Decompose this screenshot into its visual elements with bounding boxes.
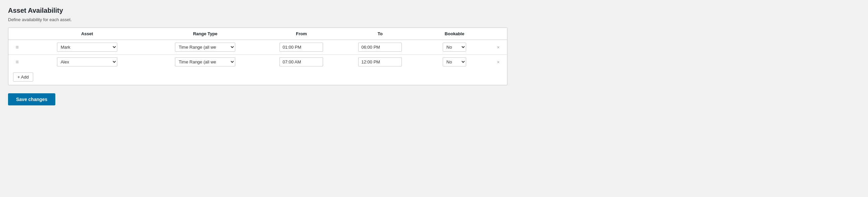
page-subtitle: Define availability for each asset.: [8, 17, 860, 22]
table-row: ≡MarkAlexTime Range (all weNoYes×: [8, 55, 507, 69]
to-time-input[interactable]: [358, 57, 402, 66]
col-drag: [8, 28, 26, 40]
page-title: Asset Availability: [8, 7, 860, 15]
bookable-select[interactable]: NoYes: [443, 43, 466, 52]
col-remove: [490, 28, 507, 40]
col-asset-header: Asset: [26, 28, 148, 40]
asset-select[interactable]: MarkAlex: [57, 57, 117, 66]
availability-table: Asset Range Type From To Bookable ≡MarkA…: [8, 28, 507, 69]
drag-handle-icon[interactable]: ≡: [16, 44, 19, 50]
col-to-header: To: [341, 28, 420, 40]
drag-handle-icon[interactable]: ≡: [16, 59, 19, 65]
add-button[interactable]: + Add: [13, 73, 33, 82]
range-type-select[interactable]: Time Range (all we: [175, 57, 235, 66]
from-time-input[interactable]: [279, 57, 323, 66]
save-changes-button[interactable]: Save changes: [8, 93, 55, 105]
bookable-select[interactable]: NoYes: [443, 57, 466, 66]
table-header-row: Asset Range Type From To Bookable: [8, 28, 507, 40]
to-time-input[interactable]: [358, 43, 402, 52]
from-time-input[interactable]: [279, 43, 323, 52]
add-row-container: + Add: [8, 69, 507, 85]
remove-row-button[interactable]: ×: [495, 59, 502, 65]
asset-select[interactable]: MarkAlex: [57, 43, 117, 52]
range-type-select[interactable]: Time Range (all we: [175, 43, 235, 52]
col-bookable-header: Bookable: [420, 28, 490, 40]
col-from-header: From: [262, 28, 341, 40]
col-range-header: Range Type: [149, 28, 262, 40]
table-row: ≡MarkAlexTime Range (all weNoYes×: [8, 40, 507, 55]
availability-table-container: Asset Range Type From To Bookable ≡MarkA…: [8, 28, 507, 85]
remove-row-button[interactable]: ×: [495, 44, 502, 50]
